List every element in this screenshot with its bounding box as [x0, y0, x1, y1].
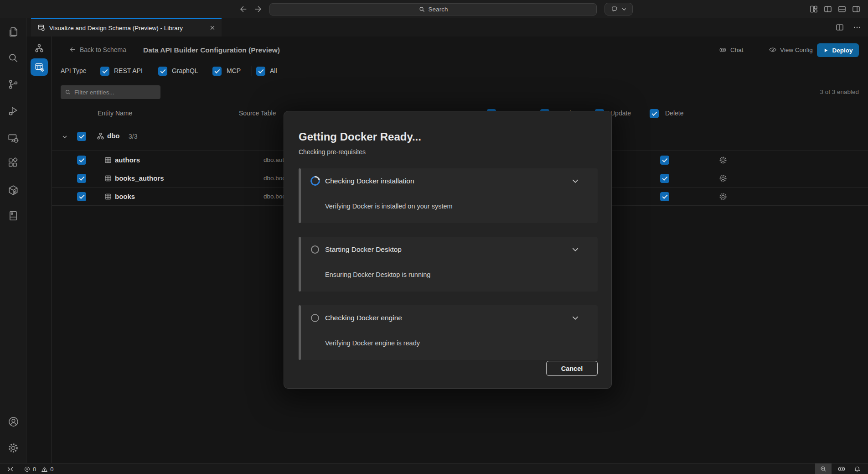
- remote-indicator[interactable]: [6, 464, 14, 474]
- editor-tab-bar: Visualize and Design Schema (Preview) - …: [26, 18, 868, 36]
- more-actions-icon[interactable]: [852, 23, 862, 32]
- chevron-down-icon[interactable]: [571, 314, 579, 322]
- chevron-down-icon[interactable]: [61, 133, 68, 141]
- loading-spinner-icon: [309, 174, 322, 188]
- step-description: Verifying Docker is installed on your sy…: [325, 203, 453, 210]
- gear-icon[interactable]: [718, 174, 728, 183]
- all-label: All: [270, 67, 277, 74]
- chevron-down-icon[interactable]: [571, 245, 579, 254]
- entity-name: books: [115, 193, 135, 200]
- enabled-summary: 3 of 3 enabled: [820, 89, 859, 95]
- forward-arrow-icon[interactable]: [253, 4, 264, 14]
- graphql-checkbox[interactable]: [158, 67, 167, 76]
- gear-icon[interactable]: [718, 192, 728, 201]
- search-icon[interactable]: [7, 52, 20, 64]
- activity-bar: [0, 18, 26, 463]
- pending-circle-icon: [311, 314, 319, 322]
- tab-title: Visualize and Design Schema (Preview) - …: [49, 25, 183, 31]
- graphql-label: GraphQL: [172, 67, 198, 74]
- delete-all-checkbox[interactable]: [650, 109, 659, 118]
- copilot-chat-icon: [611, 5, 619, 13]
- page-title: Data API Builder Configuration (Preview): [143, 46, 280, 54]
- zoom-indicator[interactable]: [815, 464, 832, 474]
- col-entity-name: Entity Name: [98, 109, 132, 117]
- step-description: Verifying Docker engine is ready: [325, 339, 420, 347]
- step-starting-docker-desktop[interactable]: Starting Docker Desktop Ensuring Docker …: [299, 237, 598, 292]
- group-name: dbo: [107, 132, 120, 140]
- designer-toolbar: [26, 36, 52, 463]
- api-type-divider: [252, 66, 252, 76]
- split-editor-icon[interactable]: [835, 23, 844, 32]
- gear-icon[interactable]: [718, 156, 728, 165]
- chat-button[interactable]: Chat: [718, 46, 744, 54]
- close-icon[interactable]: [208, 24, 216, 32]
- schema-view-icon[interactable]: [33, 43, 45, 55]
- search-label: Search: [429, 6, 448, 13]
- warning-count: 0: [50, 466, 53, 473]
- back-arrow-icon[interactable]: [238, 4, 248, 14]
- deploy-button[interactable]: Deploy: [817, 43, 859, 57]
- step-label: Starting Docker Desktop: [325, 245, 402, 254]
- explorer-icon[interactable]: [7, 26, 20, 38]
- mcp-checkbox[interactable]: [212, 67, 222, 76]
- col-source-table: Source Table: [239, 109, 276, 117]
- source-control-icon[interactable]: [7, 78, 20, 91]
- schema-designer-tab-icon: [37, 24, 46, 32]
- mcp-label: MCP: [227, 67, 241, 74]
- error-count: 0: [33, 466, 36, 473]
- cancel-button[interactable]: Cancel: [546, 361, 598, 376]
- table-config-view-button[interactable]: [31, 58, 48, 76]
- copilot-icon: [718, 46, 727, 54]
- rest-api-checkbox[interactable]: [100, 67, 109, 76]
- getting-docker-ready-dialog: Getting Docker Ready... Checking pre-req…: [284, 111, 612, 389]
- row-checkbox[interactable]: [77, 156, 86, 165]
- filter-entities-input[interactable]: [61, 85, 160, 99]
- dbo-checkbox[interactable]: [77, 132, 86, 141]
- delete-checkbox[interactable]: [660, 192, 669, 201]
- deploy-label: Deploy: [832, 47, 852, 54]
- title-bar: Search: [0, 0, 868, 18]
- copilot-menu-button[interactable]: [604, 3, 633, 16]
- error-icon: [24, 466, 31, 473]
- container-package-icon[interactable]: [7, 184, 20, 197]
- notifications-bell[interactable]: [853, 464, 861, 474]
- customize-layout-icon[interactable]: [809, 4, 818, 14]
- remote-icon: [6, 465, 14, 473]
- step-label: Checking Docker engine: [325, 314, 402, 322]
- tab-visualize-design-schema[interactable]: Visualize and Design Schema (Preview) - …: [31, 18, 222, 36]
- entity-name: authors: [115, 156, 140, 164]
- row-checkbox[interactable]: [77, 192, 86, 201]
- toggle-secondary-sidebar-icon[interactable]: [851, 4, 861, 14]
- split-editor-left-icon[interactable]: [823, 4, 832, 14]
- search-icon: [418, 6, 425, 13]
- run-debug-icon[interactable]: [7, 104, 20, 117]
- copilot-status[interactable]: [837, 464, 846, 474]
- delete-checkbox[interactable]: [660, 174, 669, 183]
- schema-icon: [96, 132, 105, 141]
- view-config-button[interactable]: View Config: [769, 46, 813, 54]
- table-icon: [104, 193, 112, 201]
- row-checkbox[interactable]: [77, 174, 86, 183]
- status-bar: 0 0: [0, 463, 868, 474]
- remote-explorer-icon[interactable]: [7, 132, 20, 145]
- zoom-in-icon: [820, 465, 827, 473]
- back-to-schema-label: Back to Schema: [80, 46, 126, 53]
- api-type-label: API Type: [61, 67, 87, 74]
- account-icon[interactable]: [7, 415, 20, 428]
- command-center-search[interactable]: Search: [269, 3, 597, 16]
- step-label: Checking Docker installation: [325, 177, 414, 185]
- problems-indicator[interactable]: 0 0: [24, 464, 53, 474]
- settings-gear-icon[interactable]: [7, 442, 20, 454]
- chevron-down-icon: [621, 6, 627, 12]
- chevron-down-icon[interactable]: [571, 177, 579, 185]
- step-checking-docker-engine[interactable]: Checking Docker engine Verifying Docker …: [299, 305, 598, 360]
- delete-checkbox[interactable]: [660, 156, 669, 165]
- step-checking-docker-installation[interactable]: Checking Docker installation Verifying D…: [299, 168, 598, 223]
- view-config-label: View Config: [780, 47, 813, 53]
- extensions-icon[interactable]: [7, 157, 20, 170]
- back-to-schema-button[interactable]: Back to Schema: [68, 46, 126, 53]
- toggle-panel-icon[interactable]: [837, 4, 847, 14]
- all-checkbox[interactable]: [256, 67, 265, 76]
- dialog-subtitle: Checking pre-requisites: [299, 148, 366, 156]
- database-server-icon[interactable]: [7, 209, 20, 222]
